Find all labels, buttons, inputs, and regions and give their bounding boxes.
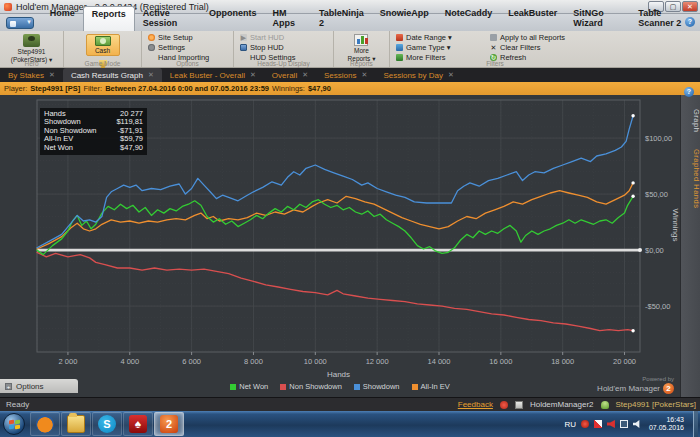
close-tab-icon[interactable]: ✕: [448, 71, 454, 79]
report-tab-label: Leak Buster - Overall: [170, 71, 245, 80]
apply-button[interactable]: Apply to all Reports: [490, 33, 596, 42]
help-icon[interactable]: ?: [685, 17, 695, 27]
hm2-tray-icon[interactable]: [515, 401, 523, 409]
menu-tab-leakbuster[interactable]: LeakBuster: [500, 6, 565, 31]
taskbar-pokerstars-button[interactable]: ♠: [123, 412, 153, 436]
menu-tab-active-session[interactable]: Active Session: [135, 6, 201, 31]
settings-button[interactable]: Settings: [148, 43, 233, 52]
clear-filters-button[interactable]: ✕Clear Filters: [490, 43, 596, 52]
feedback-link[interactable]: Feedback: [458, 400, 493, 409]
cash-button[interactable]: Cash: [86, 34, 120, 56]
ribbon-group-game-mode: Cash Tournament Game Mode: [64, 31, 142, 67]
group-label-game-mode: Game Mode: [64, 60, 141, 67]
filter-value: Between 27.04.2016 0:00 and 07.05.2016 2…: [105, 84, 269, 93]
svg-text:16 000: 16 000: [489, 357, 512, 366]
status-bar: Ready Feedback HoldemManager2 Step4991 […: [0, 397, 700, 411]
taskbar-hm2-button[interactable]: 2: [154, 412, 184, 436]
taskbar-firefox-button[interactable]: [30, 412, 60, 436]
settings-label: Settings: [158, 43, 185, 52]
hm2-icon: 2: [160, 415, 178, 433]
ribbon-group-options: Options Site SetupSettingsHand Importing: [142, 31, 234, 67]
taskbar-explorer-button[interactable]: [61, 412, 91, 436]
tray-mute-icon[interactable]: [607, 420, 615, 428]
report-tab-label: Cash Results Graph: [71, 71, 143, 80]
legend-item-net-won: Net Won: [230, 382, 268, 391]
menu-tab-hm-apps[interactable]: HM Apps: [265, 6, 311, 31]
menu-tab-snowieapp[interactable]: SnowieApp: [372, 6, 437, 31]
language-indicator[interactable]: RU: [564, 420, 576, 429]
clear-filters-label: Clear Filters: [500, 43, 540, 52]
date-range-button[interactable]: Date Range ▾: [396, 33, 482, 42]
game-type-label: Game Type ▾: [406, 43, 450, 52]
close-tab-icon[interactable]: ✕: [148, 71, 154, 79]
sidebar-tab-graphed-hands[interactable]: Graphed Hands: [681, 143, 700, 215]
stat-row-net-won: Net Won$47,90: [44, 144, 143, 152]
game-type-icon: [396, 44, 403, 51]
apply-label: Apply to all Reports: [500, 33, 565, 42]
report-tab-sessions[interactable]: Sessions✕: [316, 68, 375, 82]
app-menu-button[interactable]: [6, 17, 34, 29]
menu-tab-notecaddy[interactable]: NoteCaddy: [437, 6, 501, 31]
menu-tab-tableninja-2[interactable]: TableNinja 2: [311, 6, 372, 31]
tray-icon-2[interactable]: [594, 420, 602, 428]
taskbar: S ♠ 2 RU 16:43 07.05.2016: [0, 411, 700, 437]
chart-panel: 2 0004 0006 0008 00010 00012 00014 00016…: [0, 95, 700, 397]
site-setup-icon: [148, 34, 155, 41]
player-icon: [601, 401, 609, 409]
legend-item-all-in-ev: All-In EV: [412, 382, 450, 391]
right-sidebar: Graph Graphed Hands: [680, 95, 700, 397]
hm2-badge-icon: 2: [663, 383, 674, 394]
game-type-button[interactable]: Game Type ▾: [396, 43, 482, 52]
svg-text:$0,00: $0,00: [645, 246, 664, 255]
close-tab-icon[interactable]: ✕: [49, 71, 55, 79]
ribbon-group-reports: More Reports ▾ Reports: [334, 31, 390, 67]
show-desktop-button[interactable]: [693, 411, 698, 437]
report-tab-cash-results-graph[interactable]: Cash Results Graph✕: [63, 68, 162, 82]
settings-icon: [148, 44, 155, 51]
site-setup-button[interactable]: Site Setup: [148, 33, 233, 42]
menu-tab-reports[interactable]: Reports: [83, 6, 135, 31]
report-tab-overall[interactable]: Overall✕: [264, 68, 316, 82]
site-setup-label: Site Setup: [158, 33, 193, 42]
brand-text: Hold'em Manager: [597, 385, 660, 393]
report-tab-leak-buster-overall[interactable]: Leak Buster - Overall✕: [162, 68, 264, 82]
legend-item-non-showdown: Non Showdown: [280, 382, 342, 391]
svg-text:18 000: 18 000: [551, 357, 574, 366]
tray-icon-1[interactable]: [581, 420, 589, 428]
legend-item-showdown: Showdown: [354, 382, 400, 391]
status-player-name[interactable]: Step4991 [PokerStars]: [616, 400, 697, 409]
menu-tab-opponents[interactable]: Opponents: [201, 6, 265, 31]
taskbar-skype-button[interactable]: S: [92, 412, 122, 436]
start-button[interactable]: [3, 413, 25, 435]
clear-filters-icon: ✕: [490, 44, 497, 51]
skype-icon: S: [98, 415, 116, 433]
close-tab-icon[interactable]: ✕: [302, 71, 308, 79]
winnings-value: $47,90: [308, 84, 331, 93]
more-reports-button[interactable]: More Reports ▾: [346, 33, 378, 63]
hero-user: Step4991: [18, 48, 46, 55]
stop-hud-button[interactable]: Stop HUD: [240, 43, 333, 52]
bar-chart-icon: [354, 34, 368, 46]
ribbon: Step4991 (PokerStars) ▾ Hero Cash Tourna…: [0, 31, 700, 68]
report-tab-sessions-by-day[interactable]: Sessions by Day✕: [375, 68, 461, 82]
sidebar-tab-graph[interactable]: Graph: [681, 101, 700, 141]
ribbon-tab-row: HomeReportsActive SessionOpponentsHM App…: [0, 14, 700, 31]
svg-text:6 000: 6 000: [182, 357, 201, 366]
close-tab-icon[interactable]: ✕: [362, 71, 368, 79]
notification-icon[interactable]: [500, 401, 508, 409]
legend-swatch-icon: [354, 384, 360, 390]
report-tab-label: By Stakes: [8, 71, 44, 80]
clock-time: 16:43: [649, 416, 684, 424]
tray-network-icon[interactable]: [620, 420, 628, 428]
close-tab-icon[interactable]: ✕: [250, 71, 256, 79]
start-hud-label: Start HUD: [250, 33, 284, 42]
menu-tab-home[interactable]: Home: [42, 6, 83, 31]
panel-help-icon[interactable]: ?: [684, 87, 694, 97]
menu-tab-sitngo-wizard[interactable]: SitNGo Wizard: [565, 6, 630, 31]
report-tab-by-stakes[interactable]: By Stakes✕: [0, 68, 63, 82]
taskbar-clock[interactable]: 16:43 07.05.2016: [649, 416, 684, 432]
ribbon-group-hero: Step4991 (PokerStars) ▾ Hero: [0, 31, 64, 67]
status-app-name[interactable]: HoldemManager2: [530, 400, 594, 409]
tray-volume-icon[interactable]: [633, 420, 641, 428]
svg-text:4 000: 4 000: [120, 357, 139, 366]
